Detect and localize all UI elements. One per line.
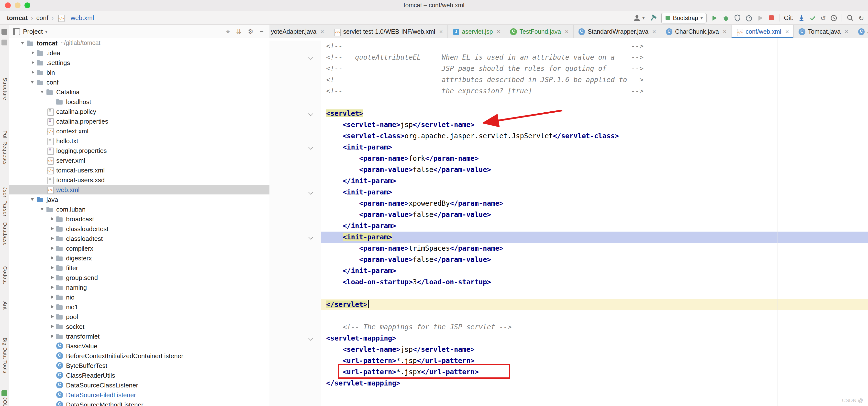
tree-item[interactable]: compilerx xyxy=(9,243,270,253)
code-line[interactable]: 260 </init-param> xyxy=(270,221,868,232)
fold-icon[interactable] xyxy=(308,145,313,149)
tree-item[interactable]: .settings xyxy=(9,58,270,67)
tool-window-button-codota[interactable]: Codota xyxy=(1,266,8,284)
code-line[interactable]: 276 xyxy=(270,400,868,406)
tree-chevron-icon[interactable] xyxy=(49,274,56,281)
tree-item[interactable]: nio xyxy=(9,292,270,302)
chevron-down-icon[interactable]: ▾ xyxy=(45,29,48,34)
git-update-button[interactable] xyxy=(798,14,805,21)
code-text[interactable]: <servlet-class>org.apache.jasper.servlet… xyxy=(321,130,868,142)
code-line[interactable]: 264 </init-param> xyxy=(270,265,868,276)
project-tool-icon[interactable] xyxy=(1,29,7,35)
code-line[interactable]: 259 <param-value>false</param-value> xyxy=(270,209,868,221)
code-line[interactable]: 254 <param-name>fork</param-name> xyxy=(270,153,868,164)
tree-item[interactable]: bin xyxy=(9,67,270,77)
tree-item[interactable]: classloadtest xyxy=(9,234,270,243)
code-line[interactable]: 258 <param-name>xpoweredBy</param-name> xyxy=(270,198,868,209)
code-line[interactable]: 250 <servlet> xyxy=(270,108,868,119)
code-text[interactable]: <url-pattern>*.jspx</url-pattern> xyxy=(321,366,868,378)
tree-chevron-icon[interactable] xyxy=(39,89,46,95)
tree-chevron-icon[interactable] xyxy=(49,264,56,271)
code-text[interactable] xyxy=(321,310,868,322)
code-line[interactable]: 252 <servlet-class>org.apache.jasper.ser… xyxy=(270,130,868,142)
tree-item[interactable]: filter xyxy=(9,263,270,273)
code-line[interactable]: 253 <init-param> xyxy=(270,142,868,153)
editor-tab[interactable]: TestFound.java × xyxy=(505,25,574,38)
tree-item[interactable]: tomcat ~/gitlab/tomcat xyxy=(9,38,270,48)
tree-item[interactable]: DataSourceMethodListener xyxy=(9,400,270,406)
build-button[interactable] xyxy=(649,14,657,22)
tree-chevron-icon[interactable] xyxy=(20,40,26,46)
tree-chevron-icon[interactable] xyxy=(39,108,46,115)
plugin-tool-icon[interactable] xyxy=(1,391,7,396)
code-text[interactable]: </servlet> xyxy=(321,299,868,310)
tool-window-button-big-data-tools[interactable]: Big Data Tools xyxy=(1,338,8,373)
tree-chevron-icon[interactable] xyxy=(49,313,56,320)
tool-window-button-json-parser[interactable]: Json Parser xyxy=(1,187,8,217)
close-icon[interactable]: × xyxy=(565,28,568,35)
tree-item[interactable]: catalina.policy xyxy=(9,106,270,116)
tree-chevron-icon[interactable] xyxy=(29,79,36,86)
user-account-button[interactable]: ▾ xyxy=(633,14,645,22)
tree-item[interactable]: web.xml xyxy=(9,185,270,195)
fold-icon[interactable] xyxy=(308,235,313,239)
editor-tab[interactable]: JspServlet.j × xyxy=(853,25,868,38)
code-text[interactable]: <!-- JSP page should the rules for quoti… xyxy=(321,63,868,74)
code-line[interactable]: 246 <!-- JSP page should the rules for q… xyxy=(270,63,868,74)
code-text[interactable]: </init-param> xyxy=(321,221,868,232)
stop-button[interactable] xyxy=(768,15,775,21)
locate-file-button[interactable]: ⌖ xyxy=(226,28,230,35)
code-text[interactable]: <init-param> xyxy=(321,142,868,153)
code-text[interactable]: <param-name>fork</param-name> xyxy=(321,153,868,164)
code-text[interactable]: <init-param> xyxy=(321,187,868,198)
tree-chevron-icon[interactable] xyxy=(49,391,56,398)
tree-chevron-icon[interactable] xyxy=(49,294,56,301)
git-history-button[interactable] xyxy=(831,14,837,21)
tree-item[interactable]: transformlet xyxy=(9,331,270,341)
tree-chevron-icon[interactable] xyxy=(49,98,56,105)
close-icon[interactable]: × xyxy=(652,28,656,35)
tree-item[interactable]: DataSourceClassListener xyxy=(9,380,270,390)
close-icon[interactable]: × xyxy=(497,28,500,35)
tree-chevron-icon[interactable] xyxy=(49,333,56,340)
code-text[interactable]: <!-- attributes described in JSP.1.6 be … xyxy=(321,74,868,86)
code-line[interactable]: 244 <!-- --> xyxy=(270,40,868,52)
code-line[interactable]: 248 <!-- the expression? [true] --> xyxy=(270,86,868,97)
tree-chevron-icon[interactable] xyxy=(29,59,36,66)
tree-item[interactable]: java xyxy=(9,195,270,204)
tree-item[interactable]: pool xyxy=(9,312,270,322)
code-line[interactable]: 263 <param-value>false</param-value> xyxy=(270,254,868,265)
tree-chevron-icon[interactable] xyxy=(49,245,56,251)
tree-item[interactable]: catalina.properties xyxy=(9,116,270,126)
tree-chevron-icon[interactable] xyxy=(29,196,36,203)
tree-chevron-icon[interactable] xyxy=(39,206,46,212)
fold-icon[interactable] xyxy=(308,111,313,116)
tree-item[interactable]: BasicValue xyxy=(9,341,270,351)
tree-item[interactable]: .idea xyxy=(9,48,270,58)
code-line[interactable]: 270 <servlet-mapping> xyxy=(270,333,868,344)
tree-chevron-icon[interactable] xyxy=(39,147,46,154)
tree-chevron-icon[interactable] xyxy=(49,362,56,369)
tool-window-button-database[interactable]: Database xyxy=(1,222,8,246)
code-line[interactable]: 251 <servlet-name>jsp</servlet-name> xyxy=(270,119,868,130)
tree-item[interactable]: ClassReaderUtils xyxy=(9,370,270,380)
run-disabled-button[interactable] xyxy=(757,14,764,21)
tree-chevron-icon[interactable] xyxy=(49,303,56,310)
tree-item[interactable]: hello.txt xyxy=(9,136,270,145)
tree-chevron-icon[interactable] xyxy=(49,401,56,406)
code-line[interactable]: 262 <param-name>trimSpaces</param-name> xyxy=(270,243,868,254)
tree-chevron-icon[interactable] xyxy=(39,186,46,193)
tree-chevron-icon[interactable] xyxy=(49,342,56,349)
code-text[interactable]: </init-param> xyxy=(321,265,868,276)
panel-settings-button[interactable]: ⚙ xyxy=(248,28,253,35)
coverage-button[interactable] xyxy=(734,14,741,22)
tool-window-button-ant[interactable]: Ant xyxy=(1,301,8,310)
tree-item[interactable]: server.xml xyxy=(9,156,270,165)
debug-button[interactable] xyxy=(722,14,730,21)
breadcrumb-item[interactable]: conf xyxy=(36,14,49,22)
code-line[interactable]: 261 <init-param> xyxy=(270,232,868,243)
fold-icon[interactable] xyxy=(308,336,313,341)
code-line[interactable]: 267 </servlet> xyxy=(270,299,868,310)
tree-item[interactable]: conf xyxy=(9,77,270,87)
tree-item[interactable]: Catalina xyxy=(9,87,270,97)
